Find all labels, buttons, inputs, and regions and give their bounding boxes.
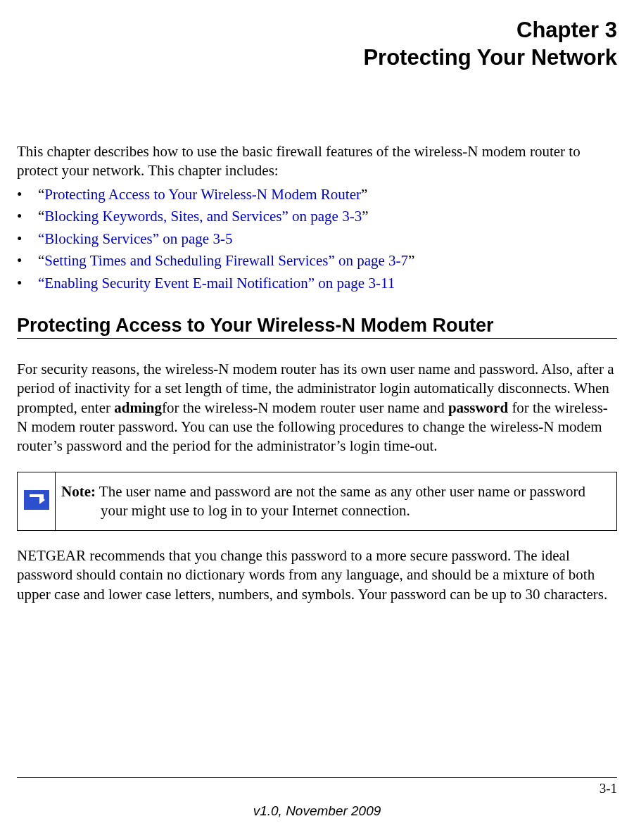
bold-text: password	[448, 399, 508, 416]
toc-link[interactable]: “Blocking Services” on page 3-5	[38, 230, 232, 247]
toc-link[interactable]: Protecting Access to Your Wireless-N Mod…	[44, 186, 361, 203]
bullet-icon: •	[17, 206, 38, 227]
toc-quote-close: ”	[362, 208, 368, 225]
toc-item: •“Blocking Keywords, Sites, and Services…	[17, 206, 617, 227]
section-rule	[17, 338, 617, 339]
section-heading: Protecting Access to Your Wireless-N Mod…	[17, 315, 617, 337]
chapter-number: Chapter 3	[17, 17, 617, 44]
arrow-icon	[24, 490, 49, 510]
body-paragraph: For security reasons, the wireless-N mod…	[17, 360, 617, 456]
toc-link[interactable]: Blocking Keywords, Sites, and Services” …	[44, 208, 362, 225]
note-icon-cell	[18, 472, 56, 531]
body-paragraph: NETGEAR recommends that you change this …	[17, 546, 617, 604]
bullet-icon: •	[17, 273, 38, 294]
chapter-title: Protecting Your Network	[17, 44, 617, 72]
bullet-icon: •	[17, 229, 38, 249]
bold-text: adming	[114, 399, 162, 416]
toc-item: •“Protecting Access to Your Wireless-N M…	[17, 184, 617, 205]
toc-quote-open: “	[38, 252, 44, 269]
toc-quote-open: “	[38, 208, 44, 225]
version-label: v1.0, November 2009	[0, 803, 634, 819]
toc-quote-close: ”	[408, 252, 414, 269]
footer-rule	[17, 777, 617, 778]
intro-paragraph: This chapter describes how to use the ba…	[17, 142, 617, 181]
toc-item: •“Enabling Security Event E-mail Notific…	[17, 273, 617, 294]
note-box: Note: The user name and password are not…	[17, 472, 617, 532]
toc-item: •“Blocking Services” on page 3-5	[17, 229, 617, 249]
toc-link[interactable]: “Enabling Security Event E-mail Notifica…	[38, 275, 395, 292]
toc-list: •“Protecting Access to Your Wireless-N M…	[17, 184, 617, 294]
toc-quote-open: “	[38, 186, 44, 203]
para-text: for the wireless-N modem router user nam…	[162, 399, 448, 416]
note-text: The user name and password are not the s…	[96, 483, 585, 519]
page-number: 3-1	[600, 781, 617, 796]
toc-link[interactable]: Setting Times and Scheduling Firewall Se…	[44, 252, 408, 269]
note-label: Note:	[61, 483, 96, 500]
toc-item: •“Setting Times and Scheduling Firewall …	[17, 251, 617, 271]
bullet-icon: •	[17, 251, 38, 271]
bullet-icon: •	[17, 184, 38, 205]
toc-quote-close: ”	[361, 186, 367, 203]
chapter-heading: Chapter 3 Protecting Your Network	[17, 17, 617, 72]
note-text-cell: Note: The user name and password are not…	[56, 472, 617, 531]
